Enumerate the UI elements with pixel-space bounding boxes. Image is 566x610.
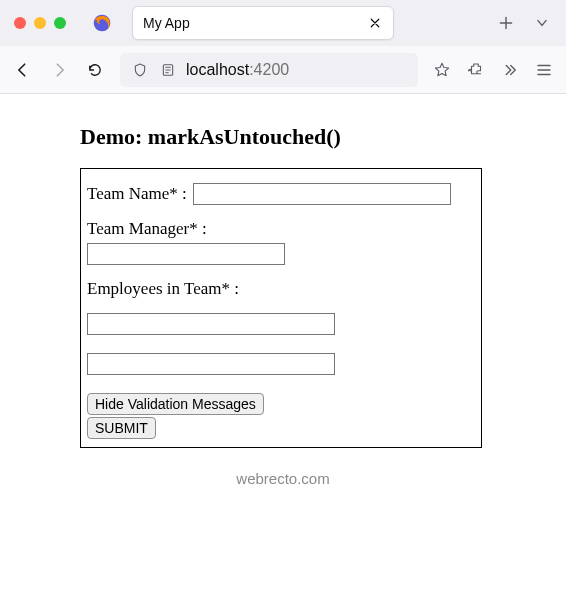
bookmark-star-icon[interactable]: [432, 60, 452, 80]
new-tab-button[interactable]: [496, 13, 516, 33]
url-bar[interactable]: localhost:4200: [120, 53, 418, 87]
site-info-icon: [158, 60, 178, 80]
demo-form: Team Name* : Team Manager* : Employees i…: [80, 168, 482, 448]
firefox-icon: [92, 13, 112, 33]
reload-button[interactable]: [84, 59, 106, 81]
browser-toolbar: localhost:4200: [0, 46, 566, 94]
maximize-window-button[interactable]: [54, 17, 66, 29]
url-host: localhost: [186, 61, 249, 78]
page-content: Demo: markAsUntouched() Team Name* : Tea…: [0, 94, 566, 487]
employees-label: Employees in Team* :: [87, 279, 473, 299]
team-name-label: Team Name* :: [87, 184, 187, 204]
team-manager-row: Team Manager* :: [87, 219, 473, 265]
browser-tab[interactable]: My App: [132, 6, 394, 40]
footer-credit: webrecto.com: [0, 470, 566, 487]
tab-title: My App: [143, 15, 367, 31]
employee-input-1[interactable]: [87, 313, 335, 335]
close-window-button[interactable]: [14, 17, 26, 29]
employee-input-2[interactable]: [87, 353, 335, 375]
browser-tabbar: My App: [0, 0, 566, 46]
shield-icon: [130, 60, 150, 80]
app-menu-icon[interactable]: [534, 60, 554, 80]
tab-overview-button[interactable]: [532, 13, 552, 33]
team-name-input[interactable]: [193, 183, 451, 205]
team-manager-label: Team Manager* :: [87, 219, 207, 238]
window-controls: [14, 17, 66, 29]
minimize-window-button[interactable]: [34, 17, 46, 29]
back-button[interactable]: [12, 59, 34, 81]
close-tab-button[interactable]: [367, 15, 383, 31]
url-port: :4200: [249, 61, 289, 78]
hide-validation-button[interactable]: Hide Validation Messages: [87, 393, 264, 415]
overflow-icon[interactable]: [500, 60, 520, 80]
forward-button[interactable]: [48, 59, 70, 81]
team-manager-input[interactable]: [87, 243, 285, 265]
page-heading: Demo: markAsUntouched(): [80, 124, 566, 150]
extensions-icon[interactable]: [466, 60, 486, 80]
team-name-row: Team Name* :: [87, 183, 473, 205]
submit-button[interactable]: SUBMIT: [87, 417, 156, 439]
